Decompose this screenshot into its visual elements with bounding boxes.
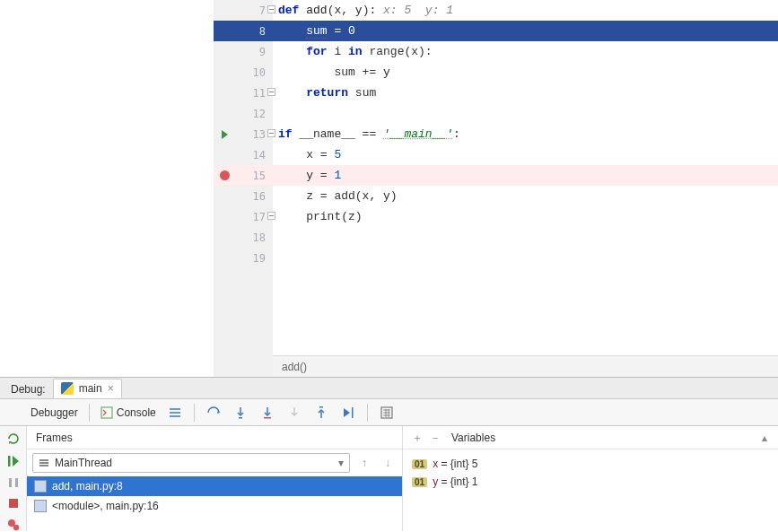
add-watch-icon[interactable]: ＋ [412, 426, 423, 449]
code-line[interactable]: def add(x, y): x: 5 y: 1 [273, 4, 453, 17]
view-breakpoints-icon[interactable] [5, 519, 22, 531]
stop-icon[interactable] [5, 498, 22, 510]
code-line[interactable]: sum = 0 [273, 24, 355, 38]
frame-down-icon[interactable]: ↓ [379, 454, 397, 472]
debug-tab-main[interactable]: main × [53, 379, 122, 398]
evaluate-icon[interactable] [379, 405, 395, 421]
editor-area: 78910111213141516171819 def add(x, y): x… [0, 0, 778, 377]
pause-icon[interactable] [5, 476, 22, 489]
variable-row[interactable]: 01x = {int} 5 [412, 455, 769, 473]
frames-header: Frames [27, 426, 402, 449]
svg-rect-3 [319, 406, 323, 408]
frames-title: Frames [36, 426, 73, 449]
step-over-icon[interactable] [205, 405, 222, 421]
svg-rect-4 [352, 407, 354, 418]
code-line[interactable]: y = 1 [273, 169, 341, 182]
code-editor[interactable]: def add(x, y): x: 5 y: 1 sum = 0 for i i… [273, 0, 778, 377]
frame-item[interactable]: <module>, main.py:16 [27, 496, 402, 516]
force-step-icon[interactable] [286, 405, 302, 421]
line-number: 15 [235, 170, 271, 182]
tab-debugger[interactable]: Debugger [31, 406, 78, 419]
line-number: 13 [235, 128, 271, 141]
variables-panel: ＋ － Variables ▴ 01x = {int} 501y = {int}… [403, 426, 778, 531]
var-value: = {int} 5 [438, 458, 477, 470]
breadcrumb[interactable]: add() [273, 355, 778, 377]
svg-rect-9 [9, 499, 18, 508]
debug-tab-row: Debug: main × [0, 378, 778, 399]
line-number: 7 [235, 4, 271, 17]
line-number: 19 [235, 252, 271, 265]
run-to-cursor-icon[interactable] [340, 405, 356, 421]
thread-icon [39, 458, 49, 468]
scroll-up-icon[interactable]: ▴ [762, 426, 767, 449]
code-line[interactable]: z = add(x, y) [273, 189, 398, 203]
rerun-icon[interactable] [5, 432, 22, 446]
debug-sidebar [0, 426, 27, 531]
line-number: 10 [235, 66, 271, 79]
svg-point-11 [13, 525, 18, 530]
debug-label: Debug: [4, 379, 53, 398]
variables-list[interactable]: 01x = {int} 501y = {int} 1 [403, 449, 778, 531]
code-line[interactable]: print(z) [273, 210, 363, 223]
step-out-icon[interactable] [313, 405, 329, 421]
settings-icon[interactable] [167, 405, 183, 421]
tab-console[interactable]: Console [101, 406, 156, 419]
fold-icon[interactable] [267, 129, 275, 137]
python-icon [61, 382, 74, 395]
frame-label: add, main.py:8 [52, 480, 123, 493]
svg-rect-6 [8, 456, 11, 467]
type-badge: 01 [412, 459, 427, 469]
fold-icon[interactable] [267, 212, 275, 220]
line-number: 9 [235, 46, 271, 58]
remove-watch-icon[interactable]: － [430, 426, 441, 449]
svg-rect-0 [101, 407, 112, 418]
frames-list[interactable]: add, main.py:8<module>, main.py:16 [27, 476, 402, 531]
svg-rect-2 [264, 417, 271, 419]
close-icon[interactable]: × [108, 382, 114, 395]
fold-icon[interactable] [267, 5, 275, 13]
debug-toolbar: Debugger Console [0, 399, 778, 426]
fold-icon[interactable] [267, 88, 275, 96]
chevron-down-icon: ▾ [338, 457, 344, 469]
line-number: 11 [235, 87, 271, 100]
frame-up-icon[interactable]: ↑ [355, 454, 373, 472]
step-into-my-icon[interactable] [259, 405, 275, 421]
code-line[interactable]: x = 5 [273, 148, 341, 161]
line-number: 16 [235, 190, 271, 203]
line-number: 14 [235, 149, 271, 161]
code-line[interactable]: if __name__ == '__main__': [273, 127, 460, 141]
line-number: 18 [235, 231, 271, 244]
editor-left-margin [0, 0, 214, 377]
svg-rect-7 [9, 478, 12, 487]
thread-name: MainThread [55, 457, 112, 469]
debug-body: Frames MainThread ▾ ↑ ↓ add, main.py:8<m… [0, 426, 778, 531]
svg-rect-8 [15, 478, 18, 487]
svg-rect-1 [239, 417, 242, 419]
editor-gutter[interactable]: 78910111213141516171819 [214, 0, 273, 377]
line-number: 17 [235, 211, 271, 223]
frame-icon [34, 500, 47, 512]
resume-icon[interactable] [5, 455, 22, 467]
run-gutter-icon[interactable] [222, 130, 228, 139]
code-line[interactable]: sum += y [273, 65, 390, 79]
line-number: 8 [235, 25, 271, 38]
step-into-icon[interactable] [232, 405, 249, 421]
variables-header: ＋ － Variables ▴ [403, 426, 778, 449]
frame-icon [34, 480, 47, 493]
console-icon [101, 406, 113, 419]
type-badge: 01 [412, 477, 427, 487]
thread-select[interactable]: MainThread ▾ [32, 453, 350, 473]
frame-label: <module>, main.py:16 [52, 500, 159, 512]
breakpoint-icon[interactable] [220, 170, 230, 180]
code-line[interactable]: for i in range(x): [273, 45, 433, 58]
var-value: = {int} 1 [438, 475, 477, 488]
debug-tab-label: main [79, 382, 102, 395]
code-line[interactable]: return sum [273, 86, 376, 100]
variable-row[interactable]: 01y = {int} 1 [412, 473, 769, 491]
breadcrumb-label: add() [282, 361, 307, 373]
variables-title: Variables [451, 426, 495, 449]
frame-item[interactable]: add, main.py:8 [27, 476, 402, 496]
line-number: 12 [235, 108, 271, 120]
frames-panel: Frames MainThread ▾ ↑ ↓ add, main.py:8<m… [27, 426, 403, 531]
